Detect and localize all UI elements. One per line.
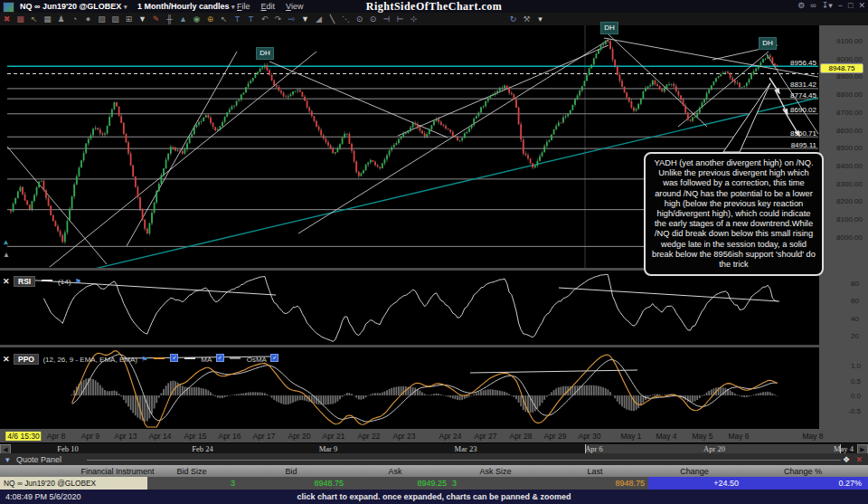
column-header-change-[interactable]: Change %	[784, 467, 822, 476]
current-price-tag: 8948.75	[820, 63, 863, 73]
osma-checkbox[interactable]: ✓	[270, 354, 278, 362]
bid-size-value: 3	[231, 479, 235, 488]
ppo-trendline[interactable]	[470, 370, 637, 373]
timeframe-selector[interactable]: 1 Month/Hourly candles ▾	[137, 2, 235, 11]
candle-style-icon[interactable]: ╫	[163, 13, 176, 25]
date-label: Apr 30	[578, 432, 600, 441]
zoom-in-icon[interactable]: ⊙	[353, 13, 366, 25]
text-box-icon[interactable]: T	[244, 13, 258, 25]
symbol-selector[interactable]: NQ ∞ Jun19'20 @GLOBEX ▾	[20, 2, 127, 11]
wedge-tool-icon[interactable]: ◢	[312, 13, 326, 25]
pattern-icon[interactable]: ▧	[95, 13, 108, 25]
triangle-icon[interactable]: ▲	[176, 13, 190, 25]
pattern-alt-icon[interactable]: ▨	[108, 13, 122, 25]
style-grid-icon[interactable]: ▩	[14, 13, 27, 25]
draw-icon[interactable]: ✎	[149, 13, 163, 25]
date-label: Apr 17	[252, 432, 275, 441]
date-label: Apr 21	[322, 432, 344, 441]
ppo-flag-icon[interactable]: ⚑	[141, 356, 147, 364]
buy-marker-icon[interactable]: ➤	[2, 240, 10, 246]
ppo-checkbox[interactable]: ✓	[170, 354, 178, 362]
status-bar: click chart to expand. once expanded, ch…	[0, 490, 868, 504]
arrow-right-icon[interactable]: ⇨	[285, 13, 298, 25]
tools-wrench-icon[interactable]: ⚒	[520, 13, 533, 25]
hand-tool-icon[interactable]: ❖	[843, 455, 850, 464]
collapse-triangle-icon[interactable]: ▾	[5, 455, 10, 464]
ppo-close-icon[interactable]: ✕	[3, 355, 10, 364]
text-note-icon[interactable]: T	[231, 13, 244, 25]
column-header-bid-size[interactable]: Bid Size	[176, 467, 206, 476]
column-header-financial-instrument[interactable]: Financial Instrument	[80, 467, 154, 476]
date-axis[interactable]: 4/6 15:30Apr 8Apr 9Apr 13Apr 14Apr 15Apr…	[0, 429, 868, 442]
pan-right-icon[interactable]: ⊢	[393, 13, 407, 25]
column-header-ask[interactable]: Ask	[388, 467, 401, 476]
rsi-axis-label: 80	[851, 280, 859, 288]
quote-panel-title: Quote Panel	[16, 455, 61, 464]
divergent-high-marker[interactable]: DH	[759, 37, 777, 50]
zoom-out-icon[interactable]: ⊙	[366, 13, 380, 25]
rsi-flag-icon[interactable]: ⚑	[75, 278, 81, 286]
cursor-icon[interactable]: ↖	[27, 13, 41, 25]
ppo-axis-label: 1.0	[851, 362, 861, 370]
column-header-ask-size[interactable]: Ask Size	[479, 467, 511, 476]
tools-dropdown-icon[interactable]: ▾	[533, 13, 547, 25]
price-axis-label: 8400.00	[836, 162, 863, 170]
globe-icon[interactable]: ◉	[190, 13, 203, 25]
trendline-tool-icon[interactable]: ╲	[326, 13, 339, 25]
grid-icon[interactable]: ▦	[41, 13, 54, 25]
refresh-icon[interactable]: ↻	[506, 13, 520, 25]
price-axis[interactable]: 9100.009000.008900.008800.008700.008600.…	[819, 25, 868, 442]
settings-gear-icon[interactable]: ⚙	[797, 1, 805, 10]
dropdown-icon[interactable]: ▼	[136, 13, 149, 25]
undo-icon[interactable]: ↶	[258, 13, 271, 25]
ppo-axis-label: 0.5	[851, 377, 861, 385]
scrollbar-date-label: Apr 20	[703, 444, 725, 453]
column-header-bid[interactable]: Bid	[285, 467, 297, 476]
redo-icon[interactable]: ↷	[271, 13, 285, 25]
ppo-header: ✕ PPO (12, 26, 9 - EMA, EMA, EMA) ⚑ ✓ MA…	[3, 349, 278, 366]
column-header-change[interactable]: Change	[680, 467, 709, 476]
date-label: Apr 16	[218, 432, 241, 441]
rsi-close-icon[interactable]: ✕	[3, 277, 10, 286]
chart-annotation-note[interactable]: YADH (yet another divergent high) on /NQ…	[644, 152, 824, 276]
instrument-cell[interactable]: NQ ∞ Jun19'20 @GLOBEX	[0, 477, 147, 490]
quote-panel-close-icon[interactable]: ✕	[855, 455, 863, 464]
scrollbar-date-label: May 4	[834, 444, 854, 453]
quote-table-row[interactable]: NQ ∞ Jun19'20 @GLOBEX 3 8948.75 8949.25 …	[0, 477, 868, 490]
dots-tool-icon[interactable]: ⋱	[339, 13, 353, 25]
dot-icon[interactable]: ●	[81, 13, 95, 25]
cone-marker-icon[interactable]: ▲	[3, 251, 10, 259]
pin-icon[interactable]: ↧▾	[822, 1, 833, 10]
delete-drawing-icon[interactable]: ✖	[0, 13, 14, 25]
add-panel-icon[interactable]: ⊞	[122, 13, 136, 25]
date-label: Apr 14	[148, 432, 171, 441]
filter-icon[interactable]: ▼	[298, 13, 312, 25]
center-icon[interactable]: ⊹	[407, 13, 420, 25]
pan-left-icon[interactable]: ⊣	[380, 13, 393, 25]
clock-icon[interactable]: ◔	[68, 13, 81, 25]
ma-checkbox[interactable]: ✓	[216, 354, 224, 362]
price-axis-label: 9100.00	[836, 37, 863, 45]
link-charts-icon[interactable]: ∞	[810, 1, 816, 10]
pointer-icon[interactable]: ↖	[217, 13, 231, 25]
quote-table-header: Financial InstrumentBid SizeBidAskAsk Si…	[0, 465, 868, 477]
column-header-last[interactable]: Last	[587, 467, 602, 476]
crosshair-icon[interactable]: ⊕	[203, 13, 217, 25]
divergent-high-marker[interactable]: DH	[256, 47, 274, 60]
close-icon[interactable]: ✕	[858, 1, 865, 10]
menu-file[interactable]: File	[237, 2, 250, 11]
date-label: Apr 15	[184, 432, 206, 441]
app-icon	[3, 2, 14, 13]
callout-pointer	[723, 83, 770, 152]
strategy-icon[interactable]: ♟	[54, 13, 68, 25]
menu-view[interactable]: View	[286, 2, 303, 11]
rsi-trendline[interactable]	[559, 288, 779, 301]
divergent-high-marker[interactable]: DH	[600, 22, 618, 34]
menu-edit[interactable]: Edit	[261, 2, 276, 11]
date-label: Apr 9	[81, 432, 99, 441]
rsi-panel-chart[interactable]	[0, 271, 819, 345]
ppo-label[interactable]: PPO	[14, 354, 39, 365]
minimize-icon[interactable]: −	[838, 1, 843, 10]
rsi-label[interactable]: RSI	[14, 276, 35, 287]
maximize-icon[interactable]: □	[848, 1, 853, 10]
